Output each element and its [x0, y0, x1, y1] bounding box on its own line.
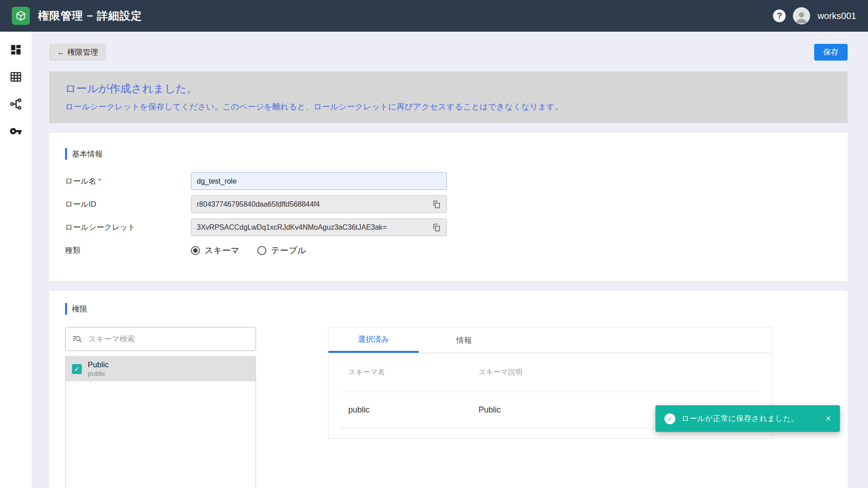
radio-selected-icon	[191, 246, 200, 255]
radio-schema-label: スキーマ	[204, 245, 239, 256]
main-content: ← 権限管理 保存 ロールが作成されました。 ロールシークレットを保存してくださ…	[32, 32, 868, 488]
checkbox-checked-icon[interactable]: ✓	[72, 364, 82, 374]
cell-schema-name: public	[340, 405, 479, 415]
role-name-row: ロール名*	[65, 172, 832, 190]
hierarchy-icon[interactable]	[9, 98, 22, 110]
permissions-card: 権限 ✓ Public public	[49, 291, 848, 488]
column-header-schema-description: スキーマ説明	[479, 368, 760, 377]
copy-role-id-button[interactable]	[429, 197, 444, 212]
basic-info-card: 基本情報 ロール名* ロールID	[49, 133, 848, 281]
permissions-section-title: 権限	[65, 303, 87, 315]
role-secret-input[interactable]	[197, 223, 429, 232]
required-mark: *	[98, 177, 101, 185]
role-secret-row: ロールシークレット	[65, 218, 832, 236]
success-check-icon: ✓	[664, 413, 675, 424]
username-label: works001	[817, 11, 856, 21]
avatar[interactable]	[793, 7, 810, 24]
role-id-row: ロールID	[65, 195, 832, 213]
toolbar-row: ← 権限管理 保存	[49, 44, 848, 61]
type-radio-group: スキーマ テーブル	[191, 245, 324, 256]
radio-table[interactable]: テーブル	[257, 245, 306, 256]
basic-info-section-title: 基本情報	[65, 148, 103, 160]
page-title: 権限管理 − 詳細設定	[38, 9, 142, 23]
search-icon	[72, 334, 83, 345]
schema-picker: ✓ Public public	[65, 327, 256, 488]
banner-title: ロールが作成されました。	[65, 81, 848, 96]
role-id-label: ロールID	[65, 199, 191, 209]
back-arrow-icon: ←	[57, 48, 65, 57]
toast-message: ロールが正常に保存されました。	[682, 413, 799, 424]
role-secret-field	[191, 218, 447, 236]
role-name-label: ロール名*	[65, 176, 191, 186]
top-bar: 権限管理 − 詳細設定 ? works001	[0, 0, 868, 32]
tab-bar: 選択済み 情報	[328, 327, 772, 353]
type-label: 種類	[65, 245, 191, 256]
user-silhouette-icon	[794, 9, 809, 24]
cube-logo-icon	[15, 10, 27, 22]
schema-list: ✓ Public public	[65, 356, 256, 488]
column-header-schema-name: スキーマ名	[340, 368, 479, 377]
radio-schema[interactable]: スキーマ	[191, 245, 239, 256]
table-header-row: スキーマ名 スキーマ説明	[340, 353, 760, 392]
radio-unselected-icon	[257, 246, 266, 255]
save-button[interactable]: 保存	[814, 44, 848, 61]
role-id-field	[191, 195, 447, 213]
schema-item-id: public	[88, 370, 109, 378]
toast-close-icon[interactable]: ×	[815, 413, 831, 424]
back-button[interactable]: ← 権限管理	[49, 44, 106, 61]
role-created-banner: ロールが作成されました。 ロールシークレットを保存してください。このページを離れ…	[49, 71, 848, 123]
schema-search-input[interactable]	[88, 335, 249, 344]
app-logo	[12, 7, 30, 25]
role-secret-label: ロールシークレット	[65, 222, 191, 232]
schema-list-item[interactable]: ✓ Public public	[66, 357, 256, 381]
copy-icon	[432, 200, 441, 209]
tab-info[interactable]: 情報	[419, 327, 509, 353]
table-icon[interactable]	[9, 71, 22, 83]
role-id-input[interactable]	[197, 200, 429, 208]
type-row: 種類 スキーマ テーブル	[65, 242, 832, 259]
help-icon[interactable]: ?	[773, 9, 786, 22]
copy-icon	[432, 223, 441, 232]
topbar-right: ? works001	[773, 7, 856, 24]
back-button-label: 権限管理	[67, 47, 98, 57]
schema-item-name: Public	[88, 360, 109, 370]
key-icon[interactable]	[9, 125, 22, 137]
banner-message: ロールシークレットを保存してください。このページを離れると、ロールシークレットに…	[65, 101, 848, 112]
success-toast: ✓ ロールが正常に保存されました。 ×	[655, 405, 840, 432]
copy-role-secret-button[interactable]	[429, 220, 444, 235]
schema-search-box	[65, 327, 256, 351]
radio-table-label: テーブル	[271, 245, 306, 256]
sidebar	[0, 32, 32, 488]
tab-selected[interactable]: 選択済み	[328, 327, 419, 353]
role-name-input[interactable]	[191, 172, 447, 190]
dashboard-icon[interactable]	[9, 43, 22, 56]
